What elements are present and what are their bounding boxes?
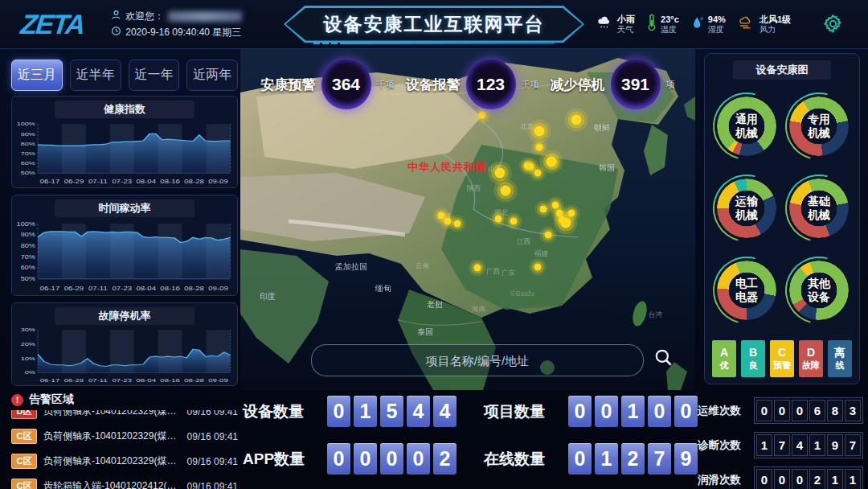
user-icon [111,10,121,23]
map-marker[interactable] [536,144,543,151]
alarm-list-item[interactable]: C区 负荷侧轴承-10401202329(煤气引风机电... 09/16 09:… [11,424,238,449]
weather-item: 23°c温度 [647,14,679,35]
device-count-stat: 设备数量 01544 [243,396,457,427]
svg-text:07-23: 07-23 [113,378,133,383]
svg-text:100%: 100% [17,121,35,127]
digit-counter: 000211 [754,466,863,489]
map-marker[interactable] [534,264,542,271]
svg-text:06-17: 06-17 [40,179,60,185]
map-marker[interactable] [571,115,582,125]
fault-downtime-chart-panel: 故障停机率 30%20%10%0%06-1706-2907-1107-2308-… [11,302,238,386]
zone-badge: C区 [11,429,37,444]
svg-text:06-29: 06-29 [64,378,84,383]
svg-text:09-09: 09-09 [208,378,228,383]
chart-title: 故障停机率 [55,307,194,325]
map-marker[interactable] [545,232,552,239]
svg-text:06-17: 06-17 [40,286,60,293]
map-marker[interactable] [568,210,575,217]
china-satellite-map[interactable]: 中华人民共和国朝鲜韩国孟加拉国印度缅甸老挝泰国台湾北京山西陕西四川湖北江西福建云… [240,48,695,390]
alarm-list[interactable]: D区 负荷侧轴承-10401202329(煤气引风机电... 09/16 09:… [11,410,238,489]
tab-recent-6-months[interactable]: 近半年 [70,60,121,91]
alarm-list-item[interactable]: C区 负荷侧轴承-10401202329(煤气引风机电... 09/16 09:… [11,449,238,474]
map-marker[interactable] [501,186,511,196]
digit-counter: 01279 [568,443,698,475]
svg-text:07-11: 07-11 [88,378,108,383]
ring-other-equipment[interactable]: 其他设备 [785,257,853,324]
map-marker[interactable] [495,168,506,179]
map-marker[interactable] [534,126,545,137]
tab-recent-2-years[interactable]: 近两年 [186,60,238,91]
map-marker[interactable] [438,212,445,220]
zone-badge: C区 [11,454,37,469]
digit-counter: 00100 [568,396,698,427]
project-count-stat: 项目数量 00100 [484,396,698,427]
grade-legend: A优 B良 C预警 D故障 离线 [705,340,859,377]
alarm-list-item[interactable]: D区 负荷侧轴承-10401202329(煤气引风机电... 09/16 09:… [11,410,238,424]
svg-text:06-17: 06-17 [40,378,60,383]
ops-count-row: 运维次数 000683 [698,397,863,424]
svg-text:80%: 80% [21,243,35,249]
digit-counter: 01544 [327,396,457,427]
legend-grade-d[interactable]: D故障 [799,340,823,377]
kpi-device-alarm: 设备报警 123 千项 [406,60,539,109]
svg-text:70%: 70% [21,150,35,156]
search-input[interactable] [312,353,643,368]
svg-text:50%: 50% [21,171,35,176]
map-marker[interactable] [454,220,461,228]
health-index-chart: 100%90%80%70%60%50%06-1706-2907-1107-230… [12,118,237,188]
map-marker[interactable] [549,159,556,166]
legend-grade-a[interactable]: A优 [712,340,736,377]
svg-text:08-04: 08-04 [136,179,156,185]
bottom-kpi-grid: 设备数量 01544 项目数量 00100 APP数量 00002 在线数量 0… [243,396,698,475]
time-utilization-chart-panel: 时间稼动率 100%90%80%70%60%50%06-1706-2907-11… [11,195,238,296]
map-marker[interactable] [561,218,571,228]
svg-text:30%: 30% [21,327,36,332]
ring-special-machinery[interactable]: 专用机械 [785,92,853,160]
map-marker[interactable] [474,265,481,272]
svg-text:08-16: 08-16 [160,378,180,383]
svg-text:50%: 50% [21,276,35,282]
legend-grade-c[interactable]: C预警 [770,340,794,377]
zone-badge: C区 [11,479,37,489]
kpi-circle: 364 [321,60,371,109]
page-title: 设备安康工业互联网平台 [324,12,545,37]
legend-grade-b[interactable]: B良 [741,340,765,377]
tab-recent-1-year[interactable]: 近一年 [129,60,180,91]
user-block: 欢迎您： 2020-9-16 09:40:40 星期三 [111,10,242,39]
map-marker[interactable] [479,112,486,119]
alarm-list-item[interactable]: C区 齿轮箱输入端-10401202412(2#（2V）... 09/16 09… [11,474,238,489]
map-marker[interactable] [524,162,531,170]
ring-general-machinery[interactable]: 通用机械 [713,92,780,160]
header-bar: ZETA 欢迎您： 2020-9-16 09:40:40 星期三 设备安康工业互… [0,0,868,49]
thermometer-icon [647,14,657,35]
search-icon[interactable] [653,347,674,372]
ring-basic-machinery[interactable]: 基础机械 [785,175,853,242]
svg-text:07-23: 07-23 [113,179,133,185]
legend-offline[interactable]: 离线 [828,340,852,377]
welcome-label: 欢迎您： [125,10,164,23]
svg-text:08-28: 08-28 [184,179,204,185]
map-marker[interactable] [534,170,542,177]
device-panel-title: 设备安康图 [733,60,832,80]
time-range-tabs: 近三月 近半年 近一年 近两年 [11,60,238,91]
digit-counter: 174197 [754,432,863,458]
svg-text:07-23: 07-23 [113,286,133,293]
svg-text:08-04: 08-04 [136,286,156,293]
map-marker[interactable] [552,202,559,209]
tab-recent-3-months[interactable]: 近三月 [11,60,63,91]
svg-text:100%: 100% [17,221,35,228]
svg-text:60%: 60% [21,265,35,271]
device-rings-grid: 通用机械 专用机械 运输机械 基础机械 电工电器 其他设备 [705,80,859,324]
svg-text:09-09: 09-09 [208,179,228,185]
ring-electrical-equipment[interactable]: 电工电器 [713,257,780,324]
svg-text:90%: 90% [21,232,35,238]
map-marker[interactable] [540,206,547,213]
ring-transport-machinery[interactable]: 运输机械 [713,175,780,242]
svg-text:0%: 0% [25,370,36,375]
map-marker[interactable] [444,218,452,225]
settings-gear-icon[interactable] [822,13,844,38]
svg-text:60%: 60% [21,161,35,166]
map-marker[interactable] [495,216,502,223]
map-marker[interactable] [510,218,518,225]
digit-counter: 000683 [754,397,863,424]
